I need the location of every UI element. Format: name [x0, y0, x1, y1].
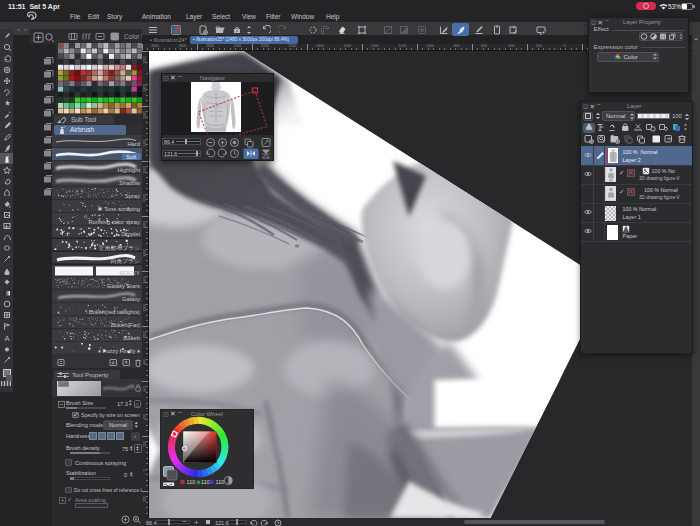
svg-text:–: – — [178, 409, 182, 415]
svg-text:✕: ✕ — [170, 410, 176, 417]
svg-text:◫: ◫ — [163, 411, 169, 417]
svg-text:Color Wheel: Color Wheel — [191, 411, 223, 417]
svg-text:110: 110 — [187, 479, 196, 485]
svg-text:Color His: Color His — [124, 33, 142, 40]
svg-text:A: A — [4, 334, 9, 342]
svg-text:110: 110 — [201, 479, 210, 485]
svg-text:110: 110 — [216, 479, 225, 485]
